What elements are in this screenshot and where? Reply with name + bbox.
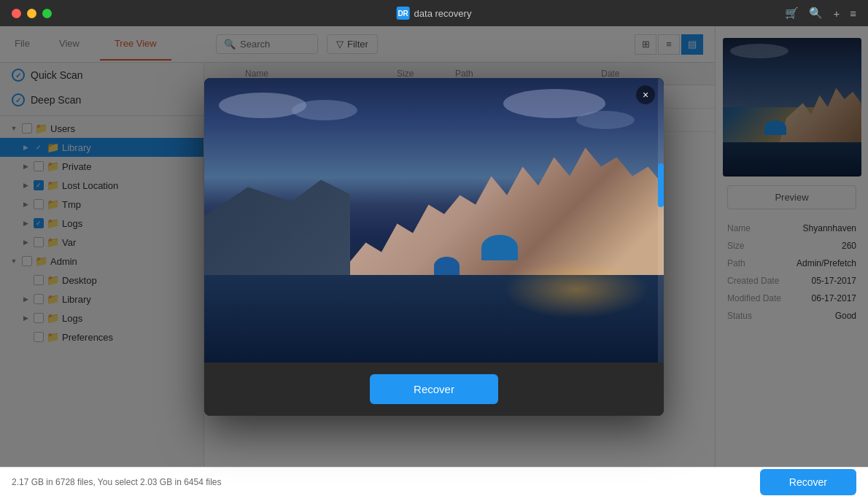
close-button[interactable] — [12, 9, 21, 18]
search-icon[interactable]: 🔍 — [809, 7, 823, 20]
modal-overlay[interactable]: × Recover — [0, 26, 868, 467]
modal-image: × — [204, 78, 664, 363]
modal-close-button[interactable]: × — [636, 85, 655, 104]
recover-bottom-button[interactable]: Recover — [760, 469, 856, 495]
modal-footer: Recover — [204, 363, 664, 416]
scrollbar-thumb[interactable] — [658, 163, 664, 207]
app-title-text: data recovery — [414, 8, 472, 19]
add-icon[interactable]: + — [833, 7, 840, 20]
modal-recover-button[interactable]: Recover — [370, 374, 498, 404]
image-preview-modal: × Recover — [204, 78, 664, 416]
titlebar-actions: 🛒 🔍 + ≡ — [785, 7, 856, 20]
status-text: 2.17 GB in 6728 files, You select 2.03 G… — [12, 477, 222, 487]
window-controls — [12, 9, 52, 18]
minimize-button[interactable] — [27, 9, 36, 18]
app-icon: DR — [397, 7, 410, 20]
menu-icon[interactable]: ≡ — [850, 7, 856, 20]
status-bar: 2.17 GB in 6728 files, You select 2.03 G… — [0, 467, 868, 496]
maximize-button[interactable] — [42, 9, 52, 18]
modal-scrollbar[interactable] — [658, 78, 664, 363]
cart-icon[interactable]: 🛒 — [785, 7, 799, 20]
app-title: DR data recovery — [397, 7, 472, 20]
titlebar: DR data recovery 🛒 🔍 + ≡ — [0, 0, 868, 26]
